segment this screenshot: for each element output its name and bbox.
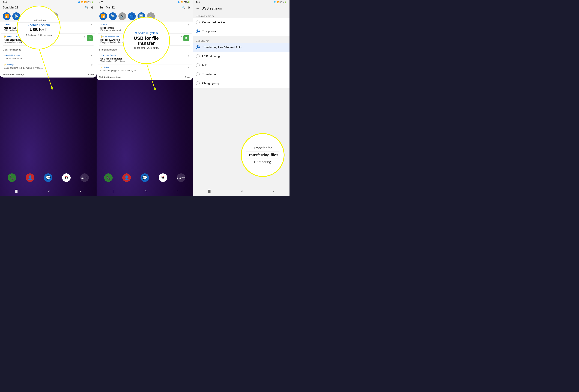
zoom-line1-3: Transfer for <box>251 145 275 151</box>
status-bar-2: 4:35 🔷 📶 27%🔋 <box>97 0 193 4</box>
att-label-1: AT&T <box>84 177 88 178</box>
keepass-expand[interactable]: ∨ <box>84 35 86 38</box>
dock2-calendar[interactable]: SUN 22 <box>159 173 167 182</box>
page-title-3: USB settings <box>201 6 222 10</box>
radio-this-phone[interactable] <box>196 29 200 33</box>
option-usb-tethering[interactable]: USB tethering <box>193 52 290 61</box>
shade-action-icons-2: 🔍 ⚙ <box>181 6 190 9</box>
option-charging[interactable]: Charging only <box>193 79 290 88</box>
nav-recent-1[interactable]: ||| <box>15 189 18 193</box>
search-icon-1[interactable]: 🔍 <box>85 6 89 9</box>
notif-settings-1[interactable]: ⚡ Settings ∨ Cable charging (5 h 17 m un… <box>1 62 95 71</box>
dock2-phone[interactable]: 📞 <box>104 173 113 182</box>
nav-home-3[interactable]: ○ <box>241 189 243 193</box>
android-system-expand-2[interactable]: ∧ <box>187 54 189 57</box>
option-connected-device[interactable]: Connected device <box>193 18 290 27</box>
nav-back-2[interactable]: ‹ <box>177 189 178 193</box>
zoom-notif-text: t notifications <box>17 19 60 23</box>
zoom-app-label-1: Android System <box>27 23 50 27</box>
dock-messages[interactable]: 💬 <box>44 173 52 182</box>
panel-1: 4:35 🔷 📶 📶 27%🔋 Sun, Mar 22 🔍 ⚙ 📶 📡 🔊 🔵 … <box>0 0 97 196</box>
qs2-wifi[interactable]: 📶 <box>99 12 107 20</box>
qs2-call-wifi[interactable]: 📡 <box>109 12 117 20</box>
settings-app-1: ⚡ Settings <box>4 64 14 66</box>
back-button[interactable]: ← <box>196 6 199 10</box>
radio-midi[interactable] <box>196 63 200 67</box>
dock-2: 📞 👤 💬 SUN 22 AT&T <box>97 173 193 182</box>
battery-icon: 27%🔋 <box>87 1 94 3</box>
dock-calendar[interactable]: SUN 22 <box>62 173 71 182</box>
nav-recent-2[interactable]: ||| <box>112 189 114 193</box>
settings-expand-1[interactable]: ∨ <box>91 64 93 66</box>
nav-home-1[interactable]: ○ <box>48 189 50 193</box>
settings-icon-1[interactable]: ⚙ <box>91 6 94 9</box>
option-transfer-for[interactable]: Transfer for <box>193 70 290 79</box>
notif-settings-2[interactable]: ⚡ Settings ∨ Cable charging (5 h 17 m un… <box>98 65 192 74</box>
notif-android-system-1[interactable]: ⚙ Android System ∨ USB for file transfer <box>1 52 95 62</box>
bluetooth-icon-2: 🔷 <box>177 1 180 3</box>
fitbit-expand[interactable]: ∨ <box>91 23 93 26</box>
fitbit-app-label: ⚙ Fitbit <box>4 23 10 26</box>
zoom-sub-2: Tap for other USB optio... <box>129 46 164 49</box>
qs-wifi[interactable]: 📶 <box>3 12 11 20</box>
search-icon-2[interactable]: 🔍 <box>181 6 185 9</box>
radio-connected-device[interactable] <box>196 20 200 24</box>
shade-action-icons-1: 🔍 ⚙ <box>85 6 94 9</box>
status-icons-1: 🔷 📶 📶 27%🔋 <box>78 1 94 3</box>
dock-phone[interactable]: 📞 <box>7 173 16 182</box>
this-phone-label: This phone <box>202 30 216 33</box>
midi-label: MIDI <box>202 64 208 67</box>
notification-settings-btn-2[interactable]: Notification settings <box>99 76 121 78</box>
option-midi[interactable]: MIDI <box>193 61 290 70</box>
keepass-expand-2[interactable]: ∨ <box>180 35 182 38</box>
nav-back-1[interactable]: ‹ <box>80 189 81 193</box>
radio-transferring-files[interactable] <box>196 45 200 49</box>
shade-header-2: Sun, Mar 22 🔍 ⚙ <box>97 4 193 11</box>
dock2-messages[interactable]: 💬 <box>141 173 149 182</box>
dock2-apps[interactable]: AT&T <box>177 173 185 182</box>
notification-settings-btn-1[interactable]: Notification settings <box>2 73 24 76</box>
zoom-line3-3: B tethering <box>251 159 274 165</box>
time-2: 4:35 <box>99 1 103 3</box>
nav-bar-1: ||| ○ ‹ <box>0 189 97 193</box>
nav-back-3[interactable]: ‹ <box>273 189 275 193</box>
use-usb-for-label: Use USB for <box>193 37 290 43</box>
radio-transfer-for[interactable] <box>196 73 200 76</box>
nav-recent-3[interactable]: ||| <box>208 189 211 193</box>
usb-controlled-label: USB controlled by <box>193 12 290 18</box>
keepass-icon: K <box>87 35 93 41</box>
settings-sub-1: Cable charging (5 h 17 m until fully cha… <box>4 67 93 69</box>
dock-contacts[interactable]: 👤 <box>26 173 34 182</box>
zoom-footer-1: ⚙ Settings Cable charging <box>17 33 60 36</box>
clear-btn-2[interactable]: Clear <box>185 76 191 78</box>
network-icon-3: 🌐 <box>274 1 277 3</box>
keepass-icon-2: K <box>183 35 189 41</box>
fitbit-expand-2[interactable]: ∨ <box>187 23 189 26</box>
android-system-app-2: ⚙ Android System <box>100 54 116 57</box>
qs2-volume[interactable]: 🔊 <box>118 12 126 20</box>
option-this-phone[interactable]: This phone <box>193 27 290 36</box>
zoom-overlay-1: t notifications Android System USB for f… <box>17 6 61 49</box>
android-system-expand-1[interactable]: ∨ <box>91 54 93 57</box>
connected-device-label: Connected device <box>202 21 225 24</box>
radio-charging[interactable] <box>196 81 200 85</box>
settings-expand-2[interactable]: ∨ <box>187 66 189 69</box>
dock2-contacts[interactable]: 👤 <box>122 173 131 182</box>
option-transferring-files[interactable]: Transferring files / Android Auto <box>193 43 290 52</box>
bluetooth-icon: 🔷 <box>78 1 80 3</box>
clear-btn-1[interactable]: Clear <box>88 73 94 76</box>
silent-header-1: Silent notifications <box>0 47 97 52</box>
android-system-sub-1: USB for file transfer <box>4 57 93 60</box>
radio-usb-tethering[interactable] <box>196 54 200 58</box>
zoom-app-label-2: ⚙ Android System <box>135 32 158 35</box>
settings-icon-2[interactable]: ⚙ <box>187 6 190 9</box>
nav-home-2[interactable]: ○ <box>145 189 146 193</box>
panel-3: 4:36 🌐 📶 27%🔋 ← USB settings USB control… <box>193 0 290 196</box>
qs2-bluetooth[interactable]: 🔵 <box>128 12 136 20</box>
notif-footer-1: Notification settings Clear <box>0 71 97 78</box>
keepass-app-2: 🔐 Keepass2Android <box>100 35 119 38</box>
transferring-files-label: Transferring files / Android Auto <box>202 46 241 49</box>
zoom-title-2: USB for file transfer <box>123 36 169 46</box>
dock-apps[interactable]: AT&T <box>80 173 89 182</box>
settings-sub-2: Cable charging (5 h 17 m until fully cha… <box>100 69 189 72</box>
